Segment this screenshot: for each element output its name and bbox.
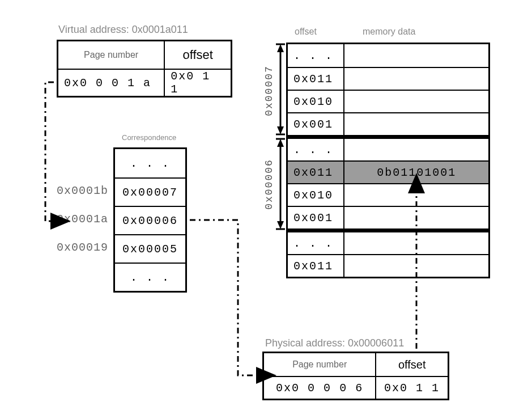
frame-label-7: 0x00007 [263,65,275,116]
page-table-vpage-1: 0x0001a [57,213,108,226]
svg-marker-5 [277,126,284,134]
svg-marker-4 [277,44,284,52]
pa-offset-value: 0x0 1 1 [375,376,448,399]
mem-f6-r2-data [343,183,488,206]
mem-f7-r3-off: 0x001 [288,112,343,135]
page-table-vpage-2: 0x00019 [57,241,108,254]
va-offset-header: offset [164,41,231,69]
page-table-frame-1: 0x00006 [115,206,185,234]
virtual-address-table: Page number offset 0x0 0 0 1 a 0x0 1 1 [57,40,232,98]
mem-f7-r3-data [343,112,488,135]
memory-data-header: memory data [363,27,415,37]
mem-f7-r2-off: 0x010 [288,90,343,112]
virtual-address-title: Virtual address: 0x0001a011 [58,24,188,36]
mem-below-r0-off: . . . [288,231,343,254]
mem-below-r1-off: 0x011 [288,254,343,277]
mem-f6-r0-data [343,138,488,160]
svg-marker-10 [277,221,284,229]
arrow-pagetable-to-pa [190,220,259,375]
page-table-ellipsis-top: . . . [115,149,185,177]
page-table-frame-2: 0x00005 [115,234,185,263]
physical-address-table: Page number offset 0x0 0 0 0 6 0x0 1 1 [262,352,449,400]
mem-f7-r0-data [343,44,488,67]
mem-f6-r1-off: 0x011 [288,160,343,183]
va-offset-value: 0x0 1 1 [164,69,231,96]
mem-f6-r0-off: . . . [288,138,343,160]
page-table-vpage-0: 0x0001b [57,184,108,197]
mem-f6-r3-off: 0x001 [288,206,343,228]
va-page-number-value: 0x0 0 0 1 a [58,69,164,96]
pa-offset-header: offset [375,353,448,376]
page-table-title: Correspondence [122,133,176,142]
mem-f7-r1-data [343,67,488,90]
mem-f6-r2-off: 0x010 [288,183,343,206]
page-table-ellipsis-bottom: . . . [115,263,185,291]
physical-address-title: Physical address: 0x00006011 [265,337,404,349]
mem-f6-r3-data [343,206,488,228]
arrow-va-to-pagetable [45,82,54,221]
mem-f7-r1-off: 0x011 [288,67,343,90]
va-page-number-header: Page number [58,41,164,69]
pa-page-number-header: Page number [264,353,375,376]
mem-f7-r2-data [343,90,488,112]
pa-page-number-value: 0x0 0 0 0 6 [264,376,375,399]
page-table: . . . 0x00007 0x00006 0x00005 . . . [113,147,187,293]
mem-f7-r0-off: . . . [288,44,343,67]
mem-below-r1-data [343,254,488,277]
mem-f6-r1-data: 0b01101001 [343,160,488,183]
frame-label-6: 0x00006 [263,159,275,210]
memory-offset-header: offset [295,27,317,37]
memory-table: . . . 0x011 0x010 0x001 . . . 0x0110b011… [286,43,490,278]
page-table-frame-0: 0x00007 [115,177,185,206]
svg-marker-9 [277,139,284,147]
mem-below-r0-data [343,231,488,254]
